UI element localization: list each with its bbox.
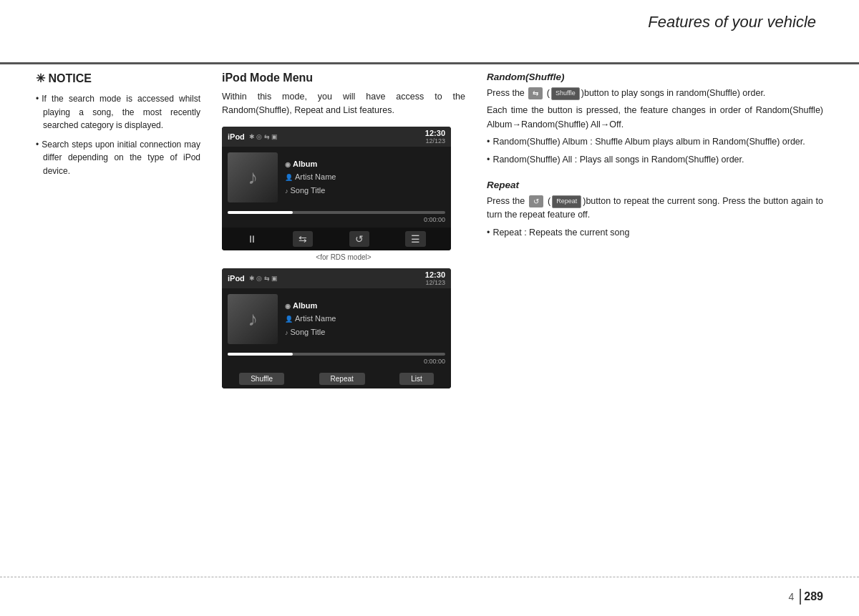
repeat-menu-btn[interactable]: Repeat xyxy=(319,373,365,385)
page-number: 4 289 xyxy=(789,589,824,605)
random-shuffle-section: Random(Shuffle) Press the ⇆ (Shuffle)but… xyxy=(487,72,823,167)
progress-bar-bg-1 xyxy=(228,211,445,214)
repeat-section: Repeat Press the ↺ (Repeat)button to rep… xyxy=(487,180,823,240)
music-note-icon-2: ♪ xyxy=(248,308,258,331)
ipod-brand-1: iPod xyxy=(228,132,245,141)
ipod-artist-1: 👤Artist Name xyxy=(285,170,445,184)
ipod-topbar-2: iPod ✱ ◎ ⇆ ▣ 12:30 12/123 xyxy=(222,268,451,288)
ipod-track-info-1: ◉Album 👤Artist Name ♪Song Title xyxy=(285,152,445,202)
repeat-btn-icon: ↺ xyxy=(529,195,543,208)
ipod-main-2: ♪ ◉Album 👤Artist Name ♪Song Title xyxy=(222,288,451,350)
notice-item-1: If the search mode is accessed whilst pl… xyxy=(36,92,200,132)
progress-time-2: 0:00:00 xyxy=(228,358,445,365)
progress-bar-fill-2 xyxy=(228,353,293,356)
right-column: Random(Shuffle) Press the ⇆ (Shuffle)but… xyxy=(487,72,823,573)
notice-section: ✳ NOTICE If the search mode is accessed … xyxy=(36,72,200,573)
for-rds-label: <for RDS model> xyxy=(222,253,465,261)
random-shuffle-para2: Each time the button is pressed, the fea… xyxy=(487,104,823,132)
ipod-screen-2: iPod ✱ ◎ ⇆ ▣ 12:30 12/123 ♪ ◉Album 👤Arti… xyxy=(222,268,451,388)
shuffle-ctrl-btn-1[interactable]: ⇆ xyxy=(293,231,313,247)
list-menu-btn[interactable]: List xyxy=(399,373,434,385)
ipod-mode-intro: Within this mode, you will have access t… xyxy=(222,90,465,118)
ipod-song-2: ♪Song Title xyxy=(285,326,445,339)
ipod-time-2: 12:30 xyxy=(425,270,445,279)
pause-icon-1: ⏸ xyxy=(247,233,257,245)
repeat-ctrl-btn-1[interactable]: ↺ xyxy=(349,231,369,247)
music-note-icon-1: ♪ xyxy=(248,166,258,189)
ipod-track-2: 12/123 xyxy=(425,279,445,286)
ipod-progress-1: 0:00:00 xyxy=(222,208,451,228)
notice-item-2: Search steps upon initial connection may… xyxy=(36,138,200,178)
repeat-btn-label: Repeat xyxy=(552,195,581,208)
footer-divider xyxy=(800,589,801,605)
chapter-number: 4 xyxy=(789,591,795,602)
repeat-para1: Press the ↺ (Repeat)button to repeat the… xyxy=(487,195,823,223)
random-shuffle-bullet-1: Random(Shuffle) Album : Shuffle Album pl… xyxy=(487,135,823,149)
list-ctrl-btn-1[interactable]: ☰ xyxy=(405,231,426,247)
random-shuffle-body: Press the ⇆ (Shuffle)button to play song… xyxy=(487,87,823,167)
progress-time-1: 0:00:00 xyxy=(228,216,445,223)
ipod-main-1: ♪ ◉Album 👤Artist Name ♪Song Title xyxy=(222,147,451,208)
ipod-status-icons-2: ✱ ◎ ⇆ ▣ xyxy=(249,275,278,282)
ipod-progress-2: 0:00:00 xyxy=(222,350,451,369)
footer: 4 289 xyxy=(0,577,859,616)
ipod-album-art-2: ♪ xyxy=(228,294,278,344)
random-shuffle-title: Random(Shuffle) xyxy=(487,72,823,82)
repeat-title: Repeat xyxy=(487,180,823,190)
random-shuffle-para1: Press the ⇆ (Shuffle)button to play song… xyxy=(487,87,823,100)
shuffle-btn-label: Shuffle xyxy=(551,87,580,100)
progress-bar-bg-2 xyxy=(228,353,445,356)
shuffle-menu-btn[interactable]: Shuffle xyxy=(239,373,284,385)
ipod-track-info-2: ◉Album 👤Artist Name ♪Song Title xyxy=(285,294,445,344)
notice-heading: ✳ NOTICE xyxy=(36,72,200,85)
notice-body: If the search mode is accessed whilst pl… xyxy=(36,92,200,178)
ipod-track-1: 12/123 xyxy=(425,137,445,145)
shuffle-btn-icon: ⇆ xyxy=(528,87,543,100)
ipod-status-icons-1: ✱ ◎ ⇆ ▣ xyxy=(249,133,278,140)
repeat-body: Press the ↺ (Repeat)button to repeat the… xyxy=(487,195,823,240)
page-num: 289 xyxy=(804,590,823,603)
ipod-topbar-1: iPod ✱ ◎ ⇆ ▣ 12:30 12/123 xyxy=(222,127,451,147)
page-title: Features of your vehicle xyxy=(648,13,816,31)
ipod-album-2: ◉Album xyxy=(285,299,445,313)
main-content: ✳ NOTICE If the search mode is accessed … xyxy=(36,72,823,573)
ipod-album-art-1: ♪ xyxy=(228,152,278,202)
ipod-controls-1: ⏸ ⇆ ↺ ☰ xyxy=(222,228,451,250)
ipod-menu-buttons: Shuffle Repeat List xyxy=(222,369,451,388)
repeat-bullet-1: Repeat : Repeats the current song xyxy=(487,226,823,240)
ipod-album-1: ◉Album xyxy=(285,157,445,171)
ipod-screen-1: iPod ✱ ◎ ⇆ ▣ 12:30 12/123 ♪ ◉Album 👤Arti… xyxy=(222,127,451,250)
ipod-time-1: 12:30 xyxy=(425,129,445,137)
random-shuffle-bullet-2: Random(Shuffle) All : Plays all songs in… xyxy=(487,153,823,167)
ipod-brand-2: iPod xyxy=(228,274,245,283)
ipod-mode-section: iPod Mode Menu Within this mode, you wil… xyxy=(222,72,465,573)
progress-bar-fill-1 xyxy=(228,211,293,214)
ipod-artist-2: 👤Artist Name xyxy=(285,312,445,326)
ipod-mode-title: iPod Mode Menu xyxy=(222,72,465,84)
ipod-song-1: ♪Song Title xyxy=(285,184,445,197)
header: Features of your vehicle xyxy=(0,0,859,64)
